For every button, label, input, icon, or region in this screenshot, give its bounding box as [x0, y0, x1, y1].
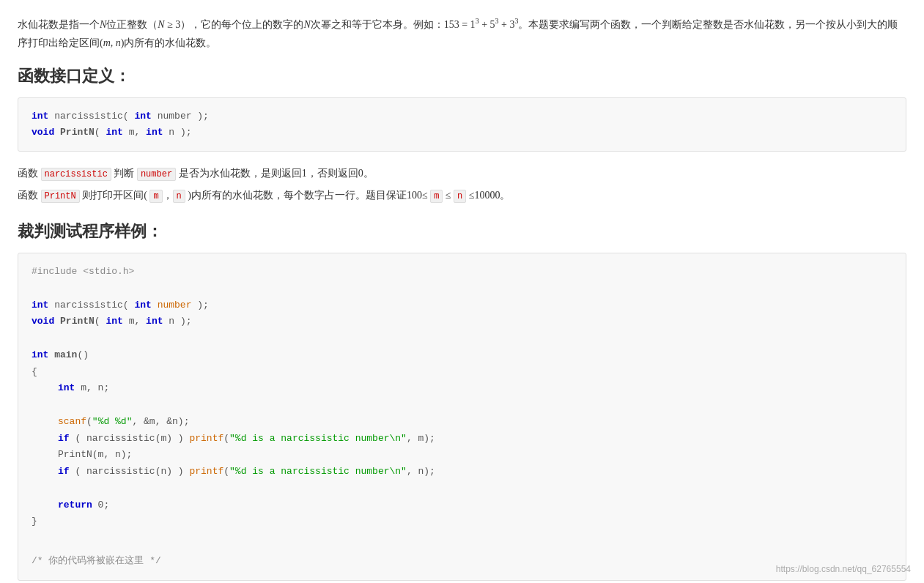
fn-printn: PrintN(	[60, 127, 100, 138]
fn-main: main	[54, 349, 77, 360]
kw-return: return	[58, 500, 92, 510]
kw-int-d2b: int	[146, 316, 163, 327]
line-brace-open: {	[32, 364, 892, 381]
line-if1: if ( narcissistic(m) ) printf("%d is a n…	[32, 431, 892, 448]
desc-line1: 函数 narcissistic 判断 number 是否为水仙花数，是则返回1，…	[18, 163, 906, 184]
watermark: https://blog.csdn.net/qq_62765554	[776, 564, 911, 574]
interface-line1: int narcissistic( int number );	[32, 108, 892, 125]
str-printf2: "%d is a narcissistic number\n"	[229, 466, 407, 477]
inline-m: m	[149, 190, 162, 203]
fn-printn-d2: PrintN	[60, 316, 95, 327]
kw-int-d1b: int	[134, 300, 151, 311]
inline-narcissistic: narcissistic	[41, 168, 111, 181]
str-printf1: "%d is a narcissistic number\n"	[229, 433, 407, 444]
line-var-decl: int m, n;	[32, 380, 892, 397]
interface-code-block: int narcissistic( int number ); void Pri…	[18, 97, 906, 152]
param-number: number	[158, 111, 198, 122]
line-main: int main()	[32, 347, 892, 364]
inline-number: number	[137, 168, 176, 181]
param-m: m,	[129, 127, 141, 138]
fn-narcissistic: narcissistic(	[54, 111, 128, 122]
kw-int4: int	[146, 127, 163, 138]
inline-m2: m	[430, 190, 443, 203]
kw-int-var: int	[58, 382, 75, 393]
footer-comment: /* 你的代码将被嵌在这里 */	[32, 553, 892, 570]
intro-paragraph: 水仙花数是指一个N位正整数（N ≥ 3），它的每个位上的数字的N次幂之和等于它本…	[18, 15, 906, 52]
kw-int-d2a: int	[106, 316, 122, 327]
line-printn-call: PrintN(m, n);	[32, 447, 892, 464]
intro-text: 水仙花数是指一个N位正整数（N ≥ 3），它的每个位上的数字的N次幂之和等于它本…	[18, 15, 906, 52]
kw-int-main: int	[32, 349, 48, 360]
fn-printf1: printf	[189, 433, 223, 444]
line-return: return 0;	[32, 497, 892, 514]
line-scanf: scanf("%d %d", &m, &n);	[32, 414, 892, 431]
desc-line2: 函数 PrintN 则打印开区间( m，n )内所有的水仙花数，每个数字占一行。…	[18, 185, 906, 206]
section2-title: 裁判测试程序样例：	[18, 220, 906, 242]
kw-int2: int	[134, 111, 151, 122]
kw-if2: if	[58, 466, 70, 477]
line-decl1: int narcissistic( int number );	[32, 297, 892, 314]
param-n: n	[169, 127, 180, 138]
param-n-d2: n	[169, 316, 174, 327]
param-number-d1: number	[158, 300, 192, 311]
line-if2: if ( narcissistic(n) ) printf("%d is a n…	[32, 464, 892, 480]
kw-int: int	[32, 111, 48, 122]
comment-include: #include <stdio.h>	[32, 266, 134, 277]
inline-n: n	[173, 190, 185, 203]
line-include: #include <stdio.h>	[32, 264, 892, 281]
kw-void-d2: void	[32, 316, 54, 327]
desc-lines: 函数 narcissistic 判断 number 是否为水仙花数，是则返回1，…	[18, 163, 906, 206]
inline-printn: PrintN	[41, 190, 80, 203]
kw-int-d1: int	[32, 300, 48, 311]
section1-title: 函数接口定义：	[18, 65, 906, 87]
line-decl2: void PrintN( int m, int n );	[32, 313, 892, 330]
interface-line2: void PrintN( int m, int n );	[32, 125, 892, 141]
sample-code-block: #include <stdio.h> int narcissistic( int…	[18, 253, 906, 581]
kw-void: void	[32, 127, 54, 138]
fn-scanf: scanf	[58, 416, 86, 427]
inline-n2: n	[454, 190, 466, 203]
fn-printf2: printf	[189, 466, 223, 477]
str-scanf: "%d %d"	[92, 416, 133, 427]
kw-int3: int	[106, 127, 122, 138]
line-brace-close: }	[32, 513, 892, 530]
kw-if1: if	[58, 433, 70, 444]
